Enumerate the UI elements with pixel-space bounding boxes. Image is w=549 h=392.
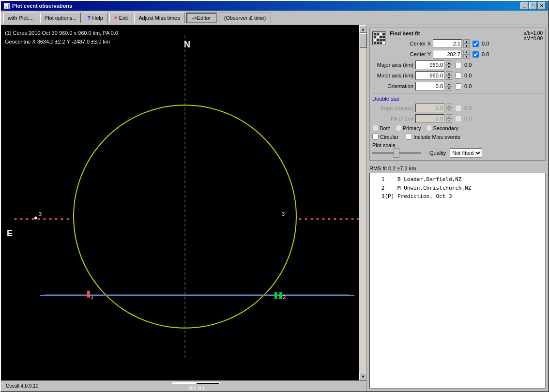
maximize-button[interactable]: □ <box>529 2 537 9</box>
major-axis-fixed: 0.0 <box>464 62 481 68</box>
svg-point-20 <box>67 218 69 220</box>
find-best-fit-section: Find best fit Center X ▲ ▼ 0.0 <box>369 28 546 161</box>
secondary-radio[interactable] <box>426 125 432 131</box>
toolbar: with Plot.... Plot options... ? Help ✕ E… <box>1 11 548 25</box>
include-miss-checkbox[interactable] <box>406 134 412 140</box>
editor-button[interactable]: ->Editor <box>186 13 217 23</box>
svg-rect-0 <box>1 25 366 391</box>
svg-point-24 <box>305 218 307 220</box>
center-y-label: Center Y <box>390 51 431 57</box>
result-item-2: 2 M Unwin,Christchurch,NZ <box>372 184 543 193</box>
center-x-up[interactable]: ▲ <box>463 39 470 44</box>
center-x-input[interactable] <box>433 39 462 48</box>
major-axis-row: Major axis (km) ▲ ▼ 0.0 <box>372 60 543 69</box>
major-axis-checkbox[interactable] <box>455 62 461 68</box>
center-y-up[interactable]: ▲ <box>463 50 470 54</box>
exit-button[interactable]: ✕ Exit <box>109 13 132 23</box>
major-axis-down[interactable]: ▼ <box>446 65 452 69</box>
plot-info-line1: (1) Ceres 2010 Oct 30 960.0 x 960.0 km, … <box>5 29 118 38</box>
circular-label: Circular <box>372 134 398 140</box>
orientation-up[interactable]: ▲ <box>446 82 452 86</box>
help-label: Help <box>92 15 103 21</box>
minor-axis-spinner: ▲ ▼ <box>446 71 452 80</box>
title-bar-left: 📊 Plot event observations <box>3 3 72 9</box>
scroll-track[interactable] <box>359 33 366 373</box>
orientation-input[interactable] <box>415 82 444 90</box>
minor-axis-row: Minor axis (km) ▲ ▼ 0.0 <box>372 71 543 80</box>
double-star-label[interactable]: Double star <box>372 96 543 102</box>
main-window: 📊 Plot event observations _ □ ✕ with Plo… <box>0 0 549 392</box>
dm-value: dM=0.00 <box>524 36 543 41</box>
minor-axis-fixed: 0.0 <box>464 73 481 78</box>
secondary-label: Secondary <box>433 125 459 131</box>
center-x-down[interactable]: ▼ <box>463 44 470 48</box>
ab-ratio-value: a/b=1.00 <box>524 30 543 36</box>
svg-rect-35 <box>279 292 282 299</box>
svg-point-23 <box>299 218 302 220</box>
sepn-up: ▲ <box>446 104 452 108</box>
quality-select[interactable]: Not fitted Good Fair Poor <box>450 148 482 158</box>
primary-radio[interactable] <box>396 125 402 131</box>
scroll-thumb[interactable] <box>360 33 366 48</box>
circular-checkbox[interactable] <box>372 134 379 140</box>
svg-text:2: 2 <box>283 294 286 300</box>
plot-scale-slider[interactable] <box>372 152 421 154</box>
pa-up: ▲ <box>446 114 452 119</box>
separator-1 <box>372 93 543 93</box>
minor-axis-input[interactable] <box>415 71 444 80</box>
observer-time-button[interactable]: {Observer & time} <box>219 13 272 23</box>
center-y-row: Center Y ▲ ▼ 0.0 <box>390 50 519 59</box>
primary-radio-label: Primary <box>396 125 421 131</box>
minor-axis-down[interactable]: ▼ <box>446 75 452 80</box>
svg-point-29 <box>334 218 336 220</box>
help-button[interactable]: ? Help <box>83 13 107 23</box>
center-y-input[interactable] <box>433 50 462 59</box>
plot-options-button[interactable]: Plot options... <box>40 13 81 23</box>
sepn-label: Sepn (masec) <box>372 105 413 111</box>
svg-point-16 <box>44 218 46 220</box>
sepn-checkbox <box>455 105 461 111</box>
svg-point-21 <box>34 217 37 220</box>
help-icon: ? <box>87 15 91 21</box>
major-axis-input[interactable] <box>415 60 444 69</box>
sepn-down: ▼ <box>446 108 452 112</box>
with-plot-button[interactable]: with Plot.... <box>3 13 38 23</box>
both-radio[interactable] <box>372 125 379 131</box>
pa-row: PA of 2nd ▲ ▼ 0.0 <box>372 114 543 123</box>
svg-point-26 <box>317 218 319 220</box>
center-x-checkbox[interactable] <box>473 41 479 47</box>
svg-point-11 <box>15 218 17 220</box>
plot-area: (1) Ceres 2010 Oct 30 960.0 x 960.0 km, … <box>1 25 366 391</box>
scroll-down-button[interactable]: ▼ <box>359 373 366 380</box>
pa-fixed: 0.0 <box>464 116 481 121</box>
title-icon: 📊 <box>3 3 10 9</box>
exit-icon: ✕ <box>114 15 118 20</box>
center-y-fixed: 0.0 <box>482 51 499 57</box>
orientation-checkbox[interactable] <box>455 83 461 90</box>
adjust-miss-times-button[interactable]: Adjust Miss times <box>134 13 184 23</box>
title-bar-controls: _ □ ✕ <box>520 2 546 9</box>
svg-point-32 <box>351 218 354 220</box>
orientation-down[interactable]: ▼ <box>446 86 452 90</box>
double-star-section: Double star Sepn (masec) ▲ ▼ 0.0 <box>372 96 543 131</box>
major-axis-up[interactable]: ▲ <box>446 60 452 65</box>
center-y-checkbox[interactable] <box>473 51 479 58</box>
sepn-fixed: 0.0 <box>464 105 481 111</box>
minimize-button[interactable]: _ <box>520 2 528 9</box>
scroll-up-button[interactable]: ▲ <box>359 25 366 33</box>
window-title: Plot event observations <box>12 3 72 9</box>
close-button[interactable]: ✕ <box>538 2 546 9</box>
center-y-down[interactable]: ▼ <box>463 54 470 59</box>
east-label: E <box>7 228 13 239</box>
circular-text: Circular <box>380 134 398 140</box>
main-content: (1) Ceres 2010 Oct 30 960.0 x 960.0 km, … <box>1 25 548 391</box>
svg-point-14 <box>32 218 34 220</box>
svg-point-25 <box>311 218 313 220</box>
options-row: Circular Include Miss events <box>372 134 543 140</box>
minor-axis-up[interactable]: ▲ <box>446 71 452 75</box>
center-y-spinner: ▲ ▼ <box>463 50 470 59</box>
minor-axis-checkbox[interactable] <box>455 73 461 79</box>
scale-bar: 500 km <box>172 381 220 391</box>
slider-row: Quality Not fitted Good Fair Poor <box>372 148 543 158</box>
secondary-radio-label: Secondary <box>426 125 459 131</box>
